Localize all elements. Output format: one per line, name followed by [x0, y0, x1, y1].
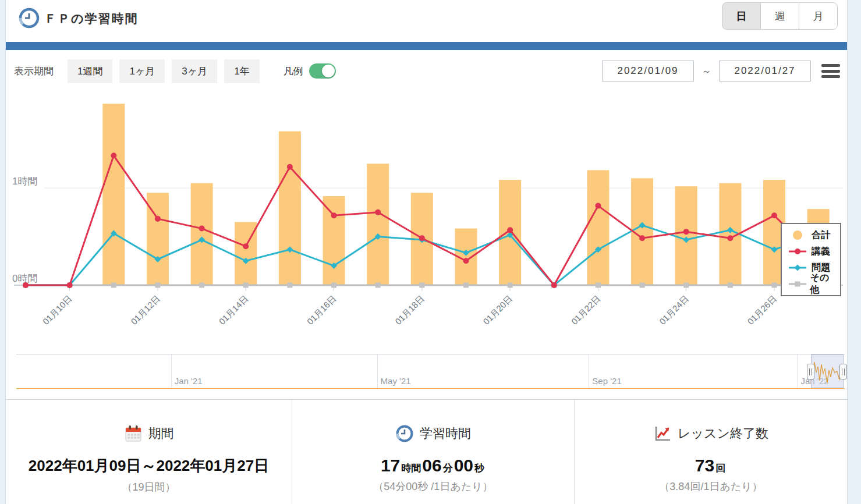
- point-その他[interactable]: [111, 283, 116, 288]
- study-time-chart[interactable]: 0時間1時間01月10日01月12日01月14日01月16日01月18日01月2…: [6, 87, 848, 349]
- stat-card-value: 2022年01月09日～2022年01月27日: [29, 456, 269, 476]
- view-granularity-button-2[interactable]: 月: [799, 2, 838, 30]
- bar-total[interactable]: [675, 186, 697, 285]
- bar-total[interactable]: [323, 196, 345, 285]
- legend-symbol-circle: [787, 246, 808, 257]
- stat-value-number: 06: [422, 456, 441, 475]
- point-その他[interactable]: [640, 283, 645, 288]
- navigator-tick-label: May '21: [381, 376, 411, 386]
- x-axis-label: 01月10日: [41, 293, 74, 326]
- x-axis-label: 01月24日: [657, 293, 690, 326]
- point-その他[interactable]: [199, 283, 204, 288]
- view-switch: 日週月: [722, 2, 838, 30]
- stat-card-value: 17時間06分00秒: [381, 456, 486, 475]
- point-その他[interactable]: [728, 283, 733, 288]
- point-講義[interactable]: [463, 258, 469, 264]
- legend-item-講義[interactable]: 講義: [782, 243, 840, 260]
- stat-value-unit: 分: [443, 462, 453, 475]
- point-その他[interactable]: [683, 283, 689, 288]
- legend-label: その他: [810, 272, 837, 296]
- point-その他[interactable]: [508, 283, 513, 288]
- x-axis-label: 01月12日: [129, 293, 162, 326]
- point-講義[interactable]: [551, 282, 557, 288]
- stat-card-head: 期間: [124, 424, 174, 443]
- hamburger-menu-icon[interactable]: [821, 64, 840, 78]
- point-その他[interactable]: [331, 283, 336, 288]
- date-to-input[interactable]: [719, 61, 811, 81]
- calendar-icon: [124, 424, 143, 443]
- clock-icon: [18, 7, 40, 31]
- stat-value-number: 2022年01月09日～2022年01月27日: [29, 456, 269, 476]
- point-講義[interactable]: [507, 227, 513, 233]
- navigator-selection[interactable]: [811, 354, 844, 388]
- stat-card-subtext: （3.84回/1日あたり）: [659, 480, 762, 494]
- navigator-gridline: [171, 354, 172, 388]
- main-panel: ＦＰの学習時間 日週月 表示期間 1週間1ヶ月3ヶ月1年 凡例 ～ 0時間1時間…: [5, 0, 848, 504]
- point-その他[interactable]: [419, 283, 424, 288]
- point-講義[interactable]: [67, 282, 73, 288]
- period-button-1[interactable]: 1ヶ月: [119, 59, 165, 83]
- timeline-navigator[interactable]: Jan '21May '21Sep '21Jan '22: [16, 354, 845, 389]
- stat-card-0: 期間2022年01月09日～2022年01月27日（19日間）: [6, 400, 292, 504]
- point-講義[interactable]: [683, 229, 689, 235]
- point-その他[interactable]: [243, 283, 249, 288]
- stat-card-subtext: （54分00秒 /1日あたり）: [373, 480, 492, 494]
- point-講義[interactable]: [199, 226, 205, 232]
- point-講義[interactable]: [595, 203, 601, 209]
- stat-card-title: レッスン終了数: [678, 425, 768, 442]
- point-講義[interactable]: [111, 152, 116, 158]
- legend-item-その他[interactable]: その他: [782, 276, 840, 292]
- legend-toggle-label: 凡例: [284, 65, 303, 78]
- point-その他[interactable]: [375, 283, 381, 288]
- point-その他[interactable]: [596, 283, 601, 288]
- bar-total[interactable]: [279, 132, 301, 285]
- period-button-3[interactable]: 1年: [224, 59, 259, 83]
- chart-legend: 合計講義問題その他: [781, 223, 841, 296]
- stat-card-1: 学習時間17時間06分00秒（54分00秒 /1日あたり）: [292, 400, 574, 504]
- legend-toggle[interactable]: [309, 63, 336, 79]
- legend-symbol-square: [787, 279, 807, 289]
- trend-icon: [653, 424, 672, 443]
- bar-total[interactable]: [102, 104, 125, 285]
- toolbar: 表示期間 1週間1ヶ月3ヶ月1年 凡例 ～: [6, 58, 847, 84]
- legend-label: 合計: [812, 229, 830, 242]
- legend-symbol-diamond: [787, 262, 808, 273]
- stat-value-number: 17: [381, 456, 400, 475]
- point-講義[interactable]: [639, 235, 645, 241]
- point-講義[interactable]: [23, 282, 29, 288]
- date-from-input[interactable]: [602, 61, 694, 81]
- point-講義[interactable]: [155, 216, 161, 222]
- period-button-0[interactable]: 1週間: [68, 59, 112, 83]
- point-講義[interactable]: [727, 235, 733, 241]
- point-講義[interactable]: [331, 212, 337, 218]
- navigator-handle-left[interactable]: [807, 364, 814, 379]
- x-axis-label: 01月16日: [305, 293, 338, 326]
- x-axis-label: 01月26日: [745, 293, 778, 326]
- bar-total[interactable]: [191, 183, 213, 285]
- point-講義[interactable]: [419, 235, 425, 241]
- point-その他[interactable]: [463, 283, 469, 288]
- point-その他[interactable]: [155, 283, 160, 288]
- bar-total[interactable]: [367, 164, 389, 285]
- navigator-tick-label: Sep '21: [592, 376, 621, 386]
- navigator-gridline: [797, 354, 798, 388]
- point-講義[interactable]: [287, 164, 293, 170]
- bar-total[interactable]: [587, 170, 609, 285]
- stat-value-unit: 回: [715, 462, 725, 475]
- stat-card-head: 学習時間: [395, 424, 471, 443]
- clock-icon: [395, 424, 414, 443]
- view-granularity-button-0[interactable]: 日: [722, 2, 761, 30]
- x-axis-label: 01月14日: [217, 293, 250, 326]
- point-講義[interactable]: [375, 210, 381, 215]
- point-その他[interactable]: [287, 283, 292, 288]
- stat-card-2: レッスン終了数73回（3.84回/1日あたり）: [574, 400, 847, 504]
- header: ＦＰの学習時間 日週月: [6, 0, 847, 42]
- stat-value-number: 73: [695, 456, 714, 475]
- point-その他[interactable]: [772, 283, 777, 288]
- point-講義[interactable]: [771, 212, 777, 218]
- navigator-handle-right[interactable]: [839, 364, 847, 379]
- view-granularity-button-1[interactable]: 週: [760, 2, 799, 30]
- point-講義[interactable]: [243, 243, 249, 249]
- period-button-2[interactable]: 3ヶ月: [172, 59, 217, 83]
- legend-item-合計[interactable]: 合計: [782, 227, 840, 243]
